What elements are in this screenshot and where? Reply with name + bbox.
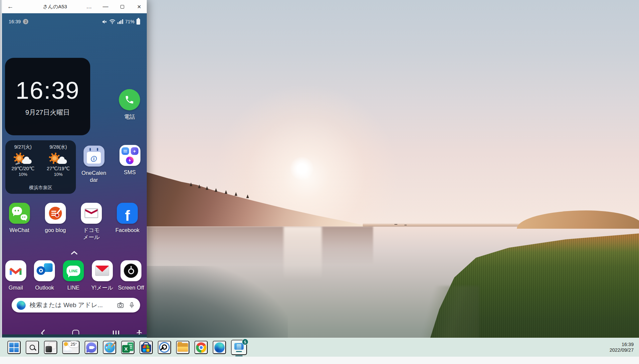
window-title: さんのA53	[43, 0, 67, 13]
android-status-bar: 16:39 3	[9, 18, 140, 25]
microsoft-store-button[interactable]	[139, 341, 153, 354]
camera-search-button[interactable]	[116, 302, 124, 309]
start-button[interactable]	[7, 341, 21, 354]
app-gmail[interactable]: Gmail	[1, 260, 30, 291]
edge-icon	[214, 342, 225, 353]
wechat-icon	[9, 203, 30, 224]
wallpaper-mountain-reflection	[147, 226, 373, 265]
steam-button[interactable]	[158, 341, 171, 354]
paint-button[interactable]	[103, 341, 116, 354]
taskbar-search-button[interactable]	[26, 341, 39, 354]
chat-teams-button[interactable]	[85, 341, 98, 354]
window-minimize-button[interactable]: —	[100, 0, 111, 13]
taskbar: 25° X	[0, 338, 639, 357]
weather-day-2: 9/28(水) 27℃/19℃ 10%	[41, 144, 76, 177]
excel-icon: X	[122, 342, 133, 353]
window-menu-button[interactable]: …	[84, 0, 95, 13]
outlook-icon	[34, 260, 55, 281]
notification-badge: 5	[242, 339, 248, 345]
app-drawer-handle[interactable]	[70, 251, 78, 256]
app-docomo-mail[interactable]: ドコモメール	[74, 203, 109, 240]
app-folder-sms[interactable]: + SMS	[116, 145, 143, 176]
excel-button[interactable]: X	[121, 341, 134, 354]
phone-screen: 16:39 3	[0, 13, 147, 338]
microphone-icon	[128, 302, 135, 309]
sms-folder-icon: +	[119, 145, 140, 166]
line-icon: LINE	[63, 260, 84, 281]
wallpaper-distant-shore	[363, 223, 536, 227]
wallpaper-sun	[290, 157, 314, 180]
weather-location: 横浜市泉区	[5, 185, 76, 191]
task-view-button[interactable]	[44, 341, 57, 354]
phone-link-button[interactable]: 5	[231, 340, 247, 355]
app-screen-off[interactable]: Screen Off	[116, 260, 145, 291]
voice-search-button[interactable]	[128, 302, 135, 309]
active-app-indicator	[235, 355, 243, 356]
edge-search-bar[interactable]: 検索または Web アドレ...	[12, 298, 140, 312]
battery-percent: 71%	[125, 19, 134, 24]
maximize-icon	[120, 5, 124, 9]
goo-blog-icon	[45, 203, 66, 224]
facebook-icon: f	[117, 203, 138, 224]
window-left-border	[0, 0, 2, 338]
chrome-icon	[196, 342, 206, 353]
edge-button[interactable]	[213, 341, 226, 354]
onecalendar-icon: 1	[84, 146, 105, 167]
window-titlebar: ← さんのA53 … — ×	[0, 0, 147, 13]
store-bag-icon	[141, 344, 151, 353]
wallpaper-sun-reflection	[284, 226, 322, 280]
app-facebook[interactable]: f Facebook	[109, 203, 145, 240]
camera-icon	[116, 302, 124, 309]
status-time: 16:39	[9, 19, 21, 24]
widgets-button[interactable]: 25°	[62, 341, 80, 354]
mute-icon	[102, 19, 107, 25]
app-wechat[interactable]: WeChat	[1, 203, 37, 240]
file-explorer-button[interactable]	[176, 341, 189, 354]
app-ymail[interactable]: Y!メール	[88, 260, 117, 291]
status-notification-badge: 3	[23, 19, 28, 24]
desktop: 25° X	[0, 0, 639, 364]
ymail-icon	[92, 260, 113, 281]
sun-cloud-icon	[13, 152, 33, 164]
window-close-button[interactable]: ×	[133, 0, 145, 13]
windows-logo-icon	[9, 343, 19, 352]
app-goo-blog[interactable]: goo blog	[37, 203, 73, 240]
widget-time: 16:39	[16, 76, 80, 104]
app-outlook[interactable]: Outlook	[30, 260, 59, 291]
weather-widget[interactable]: 9/27(火) 29℃/20℃ 10% 9/28(水) 27℃/19℃	[5, 140, 76, 194]
taskbar-time: 16:39	[609, 342, 634, 347]
task-view-icon	[46, 342, 56, 352]
chat-plus-icon: +	[131, 147, 138, 155]
bottom-strip	[0, 357, 639, 364]
steam-icon	[159, 342, 170, 353]
dock-row: Gmail Outlook LINE LINE	[1, 260, 145, 291]
taskbar-date: 2022/09/27	[609, 347, 634, 353]
weather-day-1: 9/27(火) 29℃/20℃ 10%	[5, 144, 41, 177]
app-line[interactable]: LINE LINE	[59, 260, 88, 291]
taskbar-clock[interactable]: 16:39 2022/09/27	[609, 342, 639, 353]
widget-date: 9月27日火曜日	[25, 108, 70, 117]
clock-widget[interactable]: 16:39 9月27日火曜日	[5, 58, 90, 135]
chevron-up-icon	[70, 251, 78, 255]
wifi-icon	[109, 19, 115, 24]
window-maximize-button[interactable]	[116, 0, 128, 13]
phone-link-window: ← さんのA53 … — × 16:39 3	[0, 0, 147, 338]
weather-widget-icon: 25°	[63, 341, 79, 354]
home-apps-row: WeChat goo blog ドコモメール f	[1, 203, 145, 240]
signal-icon	[117, 19, 123, 24]
phone-screen-bottom-edge	[0, 334, 147, 338]
video-chat-icon	[86, 342, 97, 353]
search-icon	[30, 345, 35, 350]
battery-icon	[136, 19, 140, 25]
temperature-badge: 25°	[69, 341, 79, 347]
edge-icon	[17, 301, 26, 310]
gmail-icon	[5, 260, 26, 281]
chrome-button[interactable]	[194, 341, 208, 354]
window-back-button[interactable]: ←	[5, 0, 16, 13]
docomo-mail-icon	[81, 203, 102, 224]
phone-icon	[119, 89, 140, 110]
screen-off-icon	[120, 260, 141, 281]
app-phone[interactable]: 電話	[116, 89, 143, 120]
app-onecalendar[interactable]: 1 OneCalendar	[81, 146, 107, 183]
messenger-icon	[126, 157, 134, 164]
